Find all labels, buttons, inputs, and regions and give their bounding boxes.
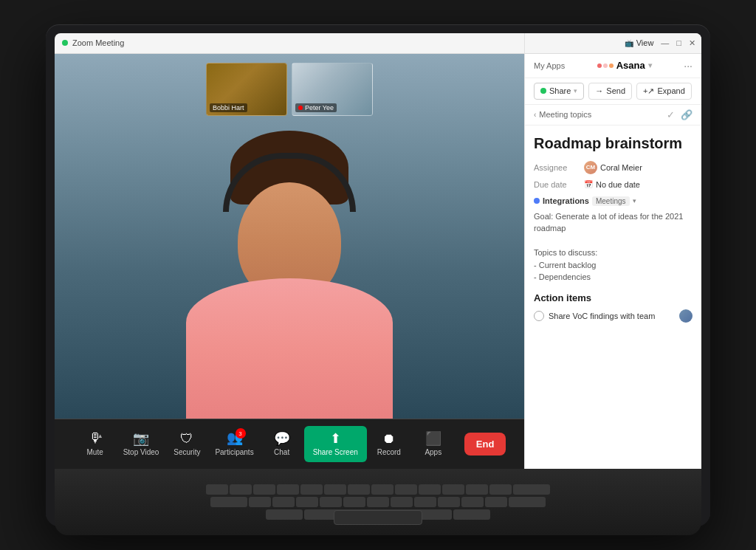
zoom-video-content: Bobbi Hart Peter Yee: [55, 54, 524, 419]
zoom-meeting-area: Zoom Meeting: [55, 33, 524, 469]
touchpad[interactable]: [334, 510, 422, 525]
more-options-button[interactable]: ···: [684, 60, 693, 72]
end-meeting-button[interactable]: End: [464, 433, 506, 456]
assignee-name: Coral Meier: [600, 163, 642, 172]
apps-label: Apps: [425, 448, 441, 456]
action-item-checkbox[interactable]: [534, 311, 544, 321]
participants-count-badge: 3: [236, 428, 246, 439]
key: [348, 484, 370, 495]
nav-check-icon[interactable]: ✓: [667, 109, 675, 120]
chat-icon: 💬: [274, 432, 290, 445]
caret-icon: ▲: [97, 433, 103, 439]
task-description: Goal: Generate a lot of ideas for the 20…: [534, 210, 693, 283]
asana-brand[interactable]: Asana ▾: [597, 60, 652, 71]
assignee-field: Assignee CM Coral Meier: [534, 161, 693, 174]
security-button[interactable]: 🛡 Security: [165, 427, 209, 461]
close-button[interactable]: ✕: [689, 38, 695, 48]
key-wide: [513, 484, 550, 495]
mute-button[interactable]: 🎙 ▲ Mute: [73, 427, 117, 461]
integrations-dot: [534, 198, 540, 204]
nav-link-icon[interactable]: 🔗: [681, 109, 693, 120]
maximize-button[interactable]: □: [676, 38, 681, 47]
share-screen-icon: ⬆: [330, 432, 341, 445]
key: [277, 484, 299, 495]
meetings-dropdown-icon[interactable]: ▾: [633, 197, 636, 204]
key: [320, 497, 342, 507]
panel-task-content: Roadmap brainstorm Assignee CM Coral Mei…: [525, 126, 701, 469]
key: [367, 497, 389, 507]
action-item-text-1: Share VoC findings with team: [549, 312, 675, 320]
panel-actions-bar: Share ▾ → Send +↗ Expand: [525, 78, 701, 105]
panel-app-header: My Apps Asana ▾ ···: [525, 54, 701, 78]
view-text: View: [636, 38, 654, 47]
meetings-tag[interactable]: Meetings: [592, 196, 630, 206]
integrations-section: Integrations Meetings ▾ Goal: Generate a…: [534, 196, 693, 283]
minimize-button[interactable]: —: [661, 38, 669, 47]
key: [461, 497, 484, 507]
key: [300, 484, 323, 495]
security-icon: 🛡: [180, 432, 193, 445]
participant-thumbnail-1[interactable]: Bobbi Hart: [206, 63, 287, 116]
participants-button[interactable]: 👥 3 Participants: [209, 427, 259, 461]
my-apps-label: My Apps: [534, 61, 565, 70]
share-icon: [540, 88, 546, 94]
asana-dot-red: [597, 63, 602, 68]
key: [442, 484, 464, 495]
tv-icon: 📺: [625, 39, 633, 47]
due-date-value[interactable]: 📅 No due date: [584, 180, 640, 189]
action-items-section: Action items Share VoC findings with tea…: [534, 292, 693, 323]
share-dropdown-icon: ▾: [574, 87, 577, 94]
status-indicator: [62, 40, 68, 46]
key-wide: [266, 509, 303, 520]
calendar-icon: 📅: [584, 180, 593, 188]
key: [438, 497, 460, 507]
assignee-avatar: CM: [584, 161, 597, 174]
share-screen-button[interactable]: ⬆ Share Screen: [304, 426, 367, 462]
key-wide: [453, 509, 490, 520]
share-button[interactable]: Share ▾: [534, 83, 584, 100]
action-items-title: Action items: [534, 292, 693, 303]
assignee-value[interactable]: CM Coral Meier: [584, 161, 642, 174]
participant-name-1: Bobbi Hart: [210, 103, 247, 112]
security-label: Security: [173, 448, 200, 456]
key: [343, 497, 365, 507]
chevron-left-icon: ‹: [534, 111, 536, 119]
expand-label: Expand: [658, 86, 685, 95]
key: [489, 484, 512, 495]
expand-button[interactable]: +↗ Expand: [636, 83, 692, 100]
person-figure: [164, 72, 415, 419]
key: [253, 484, 275, 495]
participant-thumbnail-2[interactable]: Peter Yee: [292, 63, 373, 116]
stop-video-button[interactable]: 📷 Stop Video: [117, 427, 165, 461]
asana-dropdown-icon[interactable]: ▾: [648, 61, 652, 69]
apps-button[interactable]: ⬛ Apps: [411, 427, 456, 461]
participants-label: Participants: [215, 448, 253, 456]
asana-dot-orange: [609, 63, 614, 68]
action-item-assignee-avatar: [679, 309, 693, 323]
key: [419, 484, 441, 495]
chat-button[interactable]: 💬 Chat: [260, 427, 304, 461]
zoom-controls-bar: 🎙 ▲ Mute 📷 Stop Video 🛡 Security: [55, 419, 524, 469]
key-wide: [210, 497, 247, 507]
key: [466, 484, 488, 495]
send-button[interactable]: → Send: [588, 83, 632, 100]
body: [186, 278, 393, 419]
send-icon: →: [595, 86, 603, 95]
panel-nav-icons: ✓ 🔗: [667, 109, 693, 120]
record-button[interactable]: ⏺ Record: [367, 427, 411, 461]
screen: Zoom Meeting: [55, 33, 701, 469]
action-item-row-1[interactable]: Share VoC findings with team: [534, 309, 693, 323]
assignee-field-label: Assignee: [534, 163, 578, 172]
key: [391, 497, 413, 507]
view-label: 📺 View: [625, 38, 654, 47]
task-title: Roadmap brainstorm: [534, 134, 693, 152]
nav-back-button[interactable]: ‹ Meeting topics: [534, 110, 591, 119]
asana-panel: 📺 View — □ ✕ My Apps Asana ▾: [524, 33, 701, 469]
zoom-window-title: Zoom Meeting: [72, 38, 124, 47]
apps-icon: ⬛: [425, 432, 441, 445]
thumbnail-strip: Bobbi Hart Peter Yee: [206, 63, 373, 116]
recording-dot: [298, 106, 303, 110]
zoom-titlebar: Zoom Meeting: [55, 33, 524, 54]
key: [485, 497, 507, 507]
key: [371, 484, 394, 495]
